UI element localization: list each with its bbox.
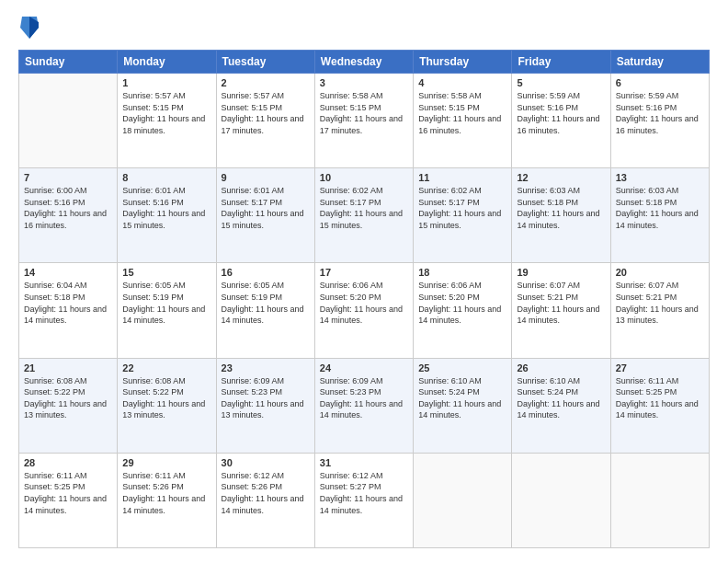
logo [18, 15, 44, 40]
calendar-cell: 29Sunrise: 6:11 AMSunset: 5:26 PMDayligh… [118, 453, 216, 547]
calendar-week-row: 21Sunrise: 6:08 AMSunset: 5:22 PMDayligh… [19, 358, 710, 453]
weekday-header-thursday: Thursday [414, 51, 512, 74]
calendar-cell: 20Sunrise: 6:07 AMSunset: 5:21 PMDayligh… [610, 263, 709, 358]
day-info: Sunrise: 6:03 AMSunset: 5:18 PMDaylight:… [517, 185, 605, 231]
day-info: Sunrise: 6:08 AMSunset: 5:22 PMDaylight:… [122, 375, 210, 421]
day-info: Sunrise: 6:12 AMSunset: 5:26 PMDaylight:… [222, 470, 310, 516]
calendar-cell: 30Sunrise: 6:12 AMSunset: 5:26 PMDayligh… [216, 453, 314, 547]
day-number: 20 [616, 267, 704, 278]
day-info: Sunrise: 6:05 AMSunset: 5:19 PMDaylight:… [222, 280, 310, 326]
day-number: 31 [320, 457, 408, 468]
calendar-cell: 31Sunrise: 6:12 AMSunset: 5:27 PMDayligh… [314, 453, 413, 547]
calendar-cell: 22Sunrise: 6:08 AMSunset: 5:22 PMDayligh… [118, 358, 216, 453]
calendar-week-row: 14Sunrise: 6:04 AMSunset: 5:18 PMDayligh… [19, 263, 710, 358]
day-info: Sunrise: 6:12 AMSunset: 5:27 PMDaylight:… [320, 470, 408, 516]
day-info: Sunrise: 5:57 AMSunset: 5:15 PMDaylight:… [122, 90, 210, 136]
day-number: 4 [418, 77, 506, 88]
day-info: Sunrise: 6:03 AMSunset: 5:18 PMDaylight:… [616, 185, 704, 231]
weekday-header-row: SundayMondayTuesdayWednesdayThursdayFrid… [19, 51, 710, 74]
calendar-cell: 18Sunrise: 6:06 AMSunset: 5:20 PMDayligh… [414, 263, 512, 358]
header [18, 15, 710, 40]
day-number: 3 [320, 77, 408, 88]
calendar-cell [512, 453, 610, 547]
calendar-cell: 9Sunrise: 6:01 AMSunset: 5:17 PMDaylight… [216, 168, 314, 263]
day-info: Sunrise: 6:11 AMSunset: 5:25 PMDaylight:… [24, 470, 112, 516]
day-info: Sunrise: 6:07 AMSunset: 5:21 PMDaylight:… [517, 280, 605, 326]
day-number: 8 [122, 172, 210, 183]
calendar-cell: 26Sunrise: 6:10 AMSunset: 5:24 PMDayligh… [512, 358, 610, 453]
calendar-cell: 23Sunrise: 6:09 AMSunset: 5:23 PMDayligh… [216, 358, 314, 453]
day-info: Sunrise: 6:10 AMSunset: 5:24 PMDaylight:… [517, 375, 605, 421]
day-number: 28 [24, 457, 112, 468]
day-number: 15 [122, 267, 210, 278]
day-number: 13 [616, 172, 704, 183]
day-number: 24 [320, 362, 408, 373]
day-info: Sunrise: 6:09 AMSunset: 5:23 PMDaylight:… [320, 375, 408, 421]
day-info: Sunrise: 6:10 AMSunset: 5:24 PMDaylight:… [418, 375, 506, 421]
day-number: 7 [24, 172, 112, 183]
day-info: Sunrise: 5:58 AMSunset: 5:15 PMDaylight:… [418, 90, 506, 136]
weekday-header-sunday: Sunday [19, 51, 118, 74]
day-number: 19 [517, 267, 605, 278]
day-number: 11 [418, 172, 506, 183]
calendar-cell: 13Sunrise: 6:03 AMSunset: 5:18 PMDayligh… [610, 168, 709, 263]
day-info: Sunrise: 6:02 AMSunset: 5:17 PMDaylight:… [320, 185, 408, 231]
day-number: 5 [517, 77, 605, 88]
page: SundayMondayTuesdayWednesdayThursdayFrid… [0, 0, 728, 563]
calendar-cell: 2Sunrise: 5:57 AMSunset: 5:15 PMDaylight… [216, 74, 314, 168]
day-number: 18 [418, 267, 506, 278]
calendar-cell [610, 453, 709, 547]
day-info: Sunrise: 6:04 AMSunset: 5:18 PMDaylight:… [24, 280, 112, 326]
calendar-cell: 21Sunrise: 6:08 AMSunset: 5:22 PMDayligh… [19, 358, 118, 453]
day-number: 27 [616, 362, 704, 373]
day-info: Sunrise: 5:59 AMSunset: 5:16 PMDaylight:… [517, 90, 605, 136]
day-number: 10 [320, 172, 408, 183]
day-number: 14 [24, 267, 112, 278]
day-info: Sunrise: 6:11 AMSunset: 5:26 PMDaylight:… [122, 470, 210, 516]
calendar-cell: 28Sunrise: 6:11 AMSunset: 5:25 PMDayligh… [19, 453, 118, 547]
day-info: Sunrise: 6:07 AMSunset: 5:21 PMDaylight:… [616, 280, 704, 326]
day-number: 21 [24, 362, 112, 373]
calendar-cell: 10Sunrise: 6:02 AMSunset: 5:17 PMDayligh… [314, 168, 413, 263]
calendar-cell: 7Sunrise: 6:00 AMSunset: 5:16 PMDaylight… [19, 168, 118, 263]
calendar-cell: 15Sunrise: 6:05 AMSunset: 5:19 PMDayligh… [118, 263, 216, 358]
calendar-cell: 24Sunrise: 6:09 AMSunset: 5:23 PMDayligh… [314, 358, 413, 453]
day-info: Sunrise: 6:01 AMSunset: 5:17 PMDaylight:… [222, 185, 310, 231]
weekday-header-monday: Monday [118, 51, 216, 74]
day-info: Sunrise: 6:02 AMSunset: 5:17 PMDaylight:… [418, 185, 506, 231]
day-number: 16 [222, 267, 310, 278]
day-number: 9 [222, 172, 310, 183]
day-number: 29 [122, 457, 210, 468]
day-number: 30 [222, 457, 310, 468]
calendar-cell: 8Sunrise: 6:01 AMSunset: 5:16 PMDaylight… [118, 168, 216, 263]
calendar-cell: 11Sunrise: 6:02 AMSunset: 5:17 PMDayligh… [414, 168, 512, 263]
day-number: 17 [320, 267, 408, 278]
day-info: Sunrise: 6:00 AMSunset: 5:16 PMDaylight:… [24, 185, 112, 231]
day-info: Sunrise: 5:59 AMSunset: 5:16 PMDaylight:… [616, 90, 704, 136]
day-info: Sunrise: 6:06 AMSunset: 5:20 PMDaylight:… [320, 280, 408, 326]
day-number: 22 [122, 362, 210, 373]
calendar-week-row: 1Sunrise: 5:57 AMSunset: 5:15 PMDaylight… [19, 74, 710, 168]
day-number: 6 [616, 77, 704, 88]
calendar-cell: 19Sunrise: 6:07 AMSunset: 5:21 PMDayligh… [512, 263, 610, 358]
logo-icon [18, 15, 40, 40]
calendar-cell: 3Sunrise: 5:58 AMSunset: 5:15 PMDaylight… [314, 74, 413, 168]
calendar-cell: 4Sunrise: 5:58 AMSunset: 5:15 PMDaylight… [414, 74, 512, 168]
day-info: Sunrise: 6:05 AMSunset: 5:19 PMDaylight:… [122, 280, 210, 326]
calendar-cell: 25Sunrise: 6:10 AMSunset: 5:24 PMDayligh… [414, 358, 512, 453]
calendar-week-row: 28Sunrise: 6:11 AMSunset: 5:25 PMDayligh… [19, 453, 710, 547]
day-number: 23 [222, 362, 310, 373]
day-info: Sunrise: 5:57 AMSunset: 5:15 PMDaylight:… [222, 90, 310, 136]
calendar-cell: 27Sunrise: 6:11 AMSunset: 5:25 PMDayligh… [610, 358, 709, 453]
weekday-header-friday: Friday [512, 51, 610, 74]
day-number: 25 [418, 362, 506, 373]
day-info: Sunrise: 6:09 AMSunset: 5:23 PMDaylight:… [222, 375, 310, 421]
weekday-header-tuesday: Tuesday [216, 51, 314, 74]
day-info: Sunrise: 6:11 AMSunset: 5:25 PMDaylight:… [616, 375, 704, 421]
day-info: Sunrise: 6:06 AMSunset: 5:20 PMDaylight:… [418, 280, 506, 326]
calendar-cell [19, 74, 118, 168]
day-number: 12 [517, 172, 605, 183]
day-number: 1 [122, 77, 210, 88]
calendar-cell: 12Sunrise: 6:03 AMSunset: 5:18 PMDayligh… [512, 168, 610, 263]
day-info: Sunrise: 6:01 AMSunset: 5:16 PMDaylight:… [122, 185, 210, 231]
